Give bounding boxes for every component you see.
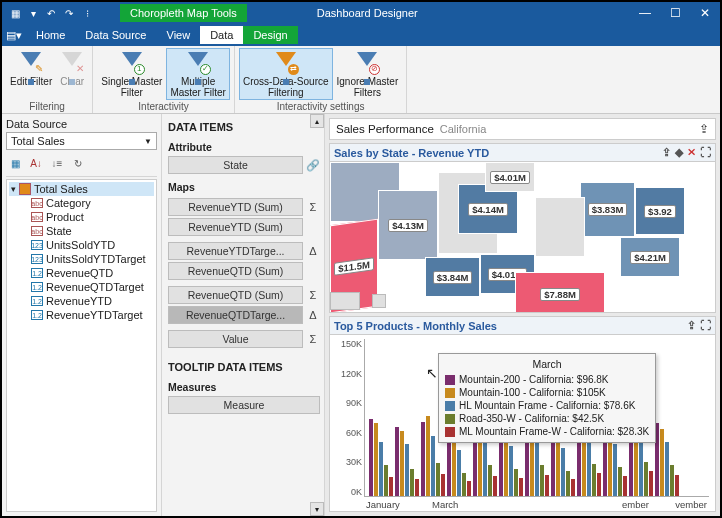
cross-data-source-filtering-button[interactable]: ⇄ Cross-Data-Source Filtering — [239, 48, 333, 100]
chart-pane-title: Top 5 Products - Monthly Sales — [334, 320, 497, 332]
map-pill[interactable]: RevenueQTD (Sum) — [168, 262, 303, 280]
link-icon[interactable]: 🔗 — [306, 159, 320, 172]
tab-home[interactable]: Home — [26, 26, 75, 44]
group-settings-label: Interactivity settings — [239, 100, 402, 113]
field-revenueqtdtarget[interactable]: 1.2RevenueQTDTarget — [9, 280, 154, 294]
field-product[interactable]: abcProduct — [9, 210, 154, 224]
map-pill[interactable]: RevenueYTDTarge... — [168, 242, 303, 260]
chevron-down-icon: ▼ — [144, 137, 152, 146]
sort-az-icon[interactable]: A↓ — [27, 154, 45, 172]
tab-design[interactable]: Design — [243, 26, 297, 44]
field-type-icon: 1.2 — [31, 268, 43, 278]
maximize-icon[interactable]: ⛶ — [700, 319, 711, 332]
datasource-icon — [19, 183, 31, 195]
agg-icon[interactable]: Δ — [306, 309, 320, 321]
tab-data[interactable]: Data — [200, 26, 243, 44]
edit-filter-button[interactable]: ✎ Edit Filter — [6, 48, 56, 100]
map-pane: Sales by State - Revenue YTD ⇪ ◆ ⨯ ⛶ $11… — [329, 143, 716, 313]
sort-order-icon[interactable]: ↓≡ — [48, 154, 66, 172]
scroll-down-button[interactable]: ▾ — [310, 502, 324, 516]
field-revenueqtd[interactable]: 1.2RevenueQTD — [9, 266, 154, 280]
export-icon[interactable]: ⇪ — [699, 122, 709, 136]
measures-header: Measures — [168, 381, 320, 393]
expand-icon[interactable]: ▾ — [11, 184, 16, 194]
qat-dropdown-icon[interactable]: ⁝ — [80, 6, 94, 20]
ignore-master-filters-button[interactable]: ⊘ Ignore Master Filters — [333, 48, 403, 100]
export-icon[interactable]: ⇪ — [662, 146, 671, 159]
map-pill[interactable]: RevenueYTD (Sum) — [168, 198, 303, 216]
multiple-master-filter-button[interactable]: ✓ Multiple Master Filter — [166, 48, 230, 100]
field-type-icon: abc — [31, 212, 43, 222]
file-menu[interactable]: ▤▾ — [2, 29, 26, 42]
dashboard-subtitle: California — [440, 123, 486, 135]
y-axis: 150K120K90K60K30K0K — [332, 339, 362, 497]
sigma-icon[interactable]: Σ — [306, 333, 320, 345]
field-type-icon: 1.2 — [31, 310, 43, 320]
refresh-icon[interactable]: ↻ — [69, 154, 87, 172]
data-source-label: Data Source — [6, 118, 157, 130]
redo-icon[interactable]: ↷ — [62, 6, 76, 20]
group-interactivity-label: Interactivity — [97, 100, 230, 113]
field-revenueytd[interactable]: 1.2RevenueYTD — [9, 294, 154, 308]
save-icon[interactable]: ▾ — [26, 6, 40, 20]
chart-tooltip: March Mountain-200 - California: $96.8KM… — [438, 353, 656, 443]
dashboard-title-bar: Sales Performance California ⇪ — [329, 118, 716, 140]
agg-icon[interactable]: Σ — [306, 201, 320, 213]
data-items-header: DATA ITEMS — [168, 121, 320, 133]
value-pill[interactable]: Value — [168, 330, 303, 348]
tooltip-items-header: TOOLTIP DATA ITEMS — [168, 361, 320, 373]
titlebar: ▦ ▾ ↶ ↷ ⁝ Choropleth Map Tools Dashboard… — [2, 2, 720, 24]
maximize-button[interactable]: ☐ — [660, 2, 690, 24]
field-type-icon: abc — [31, 226, 43, 236]
map-pill[interactable]: RevenueQTDTarge... — [168, 306, 303, 324]
tab-data-source[interactable]: Data Source — [75, 26, 156, 44]
contextual-tab-label: Choropleth Map Tools — [120, 4, 247, 22]
attribute-pill[interactable]: State — [168, 156, 303, 174]
map-pill[interactable]: RevenueYTD (Sum) — [168, 218, 303, 236]
field-unitssoldytdtarget[interactable]: 123UnitsSoldYTDTarget — [9, 252, 154, 266]
field-state[interactable]: abcState — [9, 224, 154, 238]
choropleth-map[interactable]: $11.5M $4.13M $4.14M $3.84M $4.01M $4.01… — [330, 162, 715, 312]
app-title: Dashboard Designer — [317, 7, 418, 19]
cursor-icon: ↖ — [426, 365, 438, 381]
field-type-icon: 123 — [31, 240, 43, 250]
tree-root[interactable]: ▾ Total Sales — [9, 182, 154, 196]
dashboard-title: Sales Performance — [336, 123, 434, 135]
map-pill[interactable]: RevenueQTD (Sum) — [168, 286, 303, 304]
map-pane-title: Sales by State - Revenue YTD — [334, 147, 489, 159]
tab-view[interactable]: View — [157, 26, 201, 44]
field-type-icon: 123 — [31, 254, 43, 264]
dashboard-surface: Sales Performance California ⇪ Sales by … — [324, 114, 720, 516]
minimize-button[interactable]: — — [630, 2, 660, 24]
agg-icon[interactable]: Δ — [306, 245, 320, 257]
agg-icon[interactable]: Σ — [306, 289, 320, 301]
field-tree: ▾ Total Sales abcCategoryabcProductabcSt… — [6, 179, 157, 512]
field-revenueytdtarget[interactable]: 1.2RevenueYTDTarget — [9, 308, 154, 322]
ribbon-tabs: ▤▾ Home Data Source View Data Design — [2, 24, 720, 46]
field-unitssoldytd[interactable]: 123UnitsSoldYTD — [9, 238, 154, 252]
attribute-header: Attribute — [168, 141, 320, 153]
app-icon: ▦ — [8, 6, 22, 20]
undo-icon[interactable]: ↶ — [44, 6, 58, 20]
maximize-icon[interactable]: ⛶ — [700, 146, 711, 159]
field-type-icon: 1.2 — [31, 296, 43, 306]
data-source-panel: Data Source Total Sales▼ ▦ A↓ ↓≡ ↻ ▾ Tot… — [2, 114, 162, 516]
maps-header: Maps — [168, 181, 320, 193]
export-icon[interactable]: ⇪ — [687, 319, 696, 332]
data-items-panel: ▴ DATA ITEMS Attribute State 🔗 Maps Reve… — [162, 114, 324, 516]
field-type-icon: abc — [31, 198, 43, 208]
clear-filter-icon[interactable]: ⨯ — [687, 146, 696, 159]
bar-chart[interactable]: 150K120K90K60K30K0K January March ember … — [330, 335, 715, 511]
chart-pane: Top 5 Products - Monthly Sales ⇪ ⛶ 150K1… — [329, 316, 716, 512]
clear-filter-button[interactable]: ✕ Clear — [56, 48, 88, 100]
x-axis: January March ember vember — [364, 499, 709, 511]
field-category[interactable]: abcCategory — [9, 196, 154, 210]
scroll-up-button[interactable]: ▴ — [310, 114, 324, 128]
close-button[interactable]: ✕ — [690, 2, 720, 24]
group-fields-icon[interactable]: ▦ — [6, 154, 24, 172]
single-master-filter-button[interactable]: 1 Single Master Filter — [97, 48, 166, 100]
layers-icon[interactable]: ◆ — [675, 146, 683, 159]
ribbon: ✎ Edit Filter ✕ Clear Filtering 1 Single… — [2, 46, 720, 114]
data-source-combo[interactable]: Total Sales▼ — [6, 132, 157, 150]
measure-pill[interactable]: Measure — [168, 396, 320, 414]
